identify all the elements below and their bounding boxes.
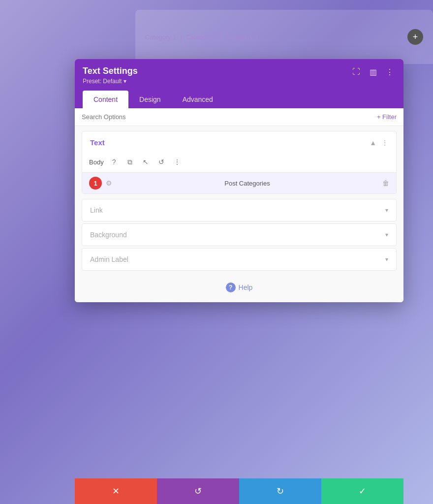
more-icon[interactable]: ⋮ xyxy=(384,66,396,78)
cancel-icon: ✕ xyxy=(112,486,120,497)
category-links: Category 1 | Category 2 | Category 3 xyxy=(145,33,407,41)
save-button[interactable]: ✓ xyxy=(321,478,403,504)
item-delete-icon[interactable]: 🗑 xyxy=(382,179,389,187)
body-toolbar: Body ? ⧉ ↖ ↺ ⋮ xyxy=(82,154,396,172)
text-section-header[interactable]: Text ▲ ⋮ xyxy=(82,131,396,154)
modal-title: Text Settings xyxy=(83,66,138,76)
search-input[interactable] xyxy=(82,113,377,121)
columns-icon[interactable]: ▥ xyxy=(367,66,379,78)
admin-label-section-header[interactable]: Admin Label ▾ xyxy=(82,249,396,270)
modal-tabs: Content Design Advanced xyxy=(83,91,396,108)
search-bar: + Filter xyxy=(75,108,403,126)
modal-title-group: Text Settings Preset: Default ▾ xyxy=(83,66,138,85)
admin-label-section: Admin Label ▾ xyxy=(82,248,397,271)
section-controls: ▲ ⋮ xyxy=(370,139,388,147)
separator-1: | xyxy=(181,33,182,41)
copy-icon[interactable]: ⧉ xyxy=(124,157,135,167)
preset-arrow-icon: ▾ xyxy=(124,78,126,85)
tab-content[interactable]: Content xyxy=(83,91,128,108)
background-section: Background ▾ xyxy=(82,223,397,246)
help-section[interactable]: ? Help xyxy=(75,273,403,302)
section-more-icon[interactable]: ⋮ xyxy=(381,139,388,147)
modal-header: Text Settings Preset: Default ▾ ⛶ ▥ ⋮ Co… xyxy=(75,59,403,108)
text-item-row: 1 ⚙ Post Categories 🗑 xyxy=(82,172,396,193)
text-section: Text ▲ ⋮ Body ? ⧉ ↖ ↺ ⋮ 1 ⚙ Post Categor… xyxy=(82,131,397,194)
cursor-icon[interactable]: ↖ xyxy=(140,157,151,167)
reset-toolbar-icon[interactable]: ↺ xyxy=(156,157,167,167)
redo-button[interactable]: ↻ xyxy=(239,478,321,504)
redo-icon: ↻ xyxy=(277,486,284,497)
save-icon: ✓ xyxy=(359,486,366,497)
modal-body: + Filter Text ▲ ⋮ Body ? ⧉ ↖ ↺ ⋮ xyxy=(75,108,403,302)
preset-label: Preset: Default xyxy=(83,78,122,85)
cancel-button[interactable]: ✕ xyxy=(75,478,157,504)
tab-advanced[interactable]: Advanced xyxy=(172,91,224,108)
body-label: Body xyxy=(89,158,104,166)
link-section: Link ▾ xyxy=(82,199,397,221)
modal-preset[interactable]: Preset: Default ▾ xyxy=(83,78,138,85)
separator-2: | xyxy=(221,33,223,41)
item-number-badge: 1 xyxy=(89,177,102,189)
admin-label-chevron-icon: ▾ xyxy=(385,256,388,263)
modal-header-icons: ⛶ ▥ ⋮ xyxy=(350,66,396,78)
item-gear-icon[interactable]: ⚙ xyxy=(106,179,112,187)
reset-button[interactable]: ↺ xyxy=(157,478,239,504)
more-toolbar-icon[interactable]: ⋮ xyxy=(172,157,183,167)
category-1-link[interactable]: Category 1 xyxy=(145,33,177,41)
link-chevron-icon: ▾ xyxy=(385,207,388,214)
category-3-link[interactable]: Category 3 xyxy=(227,33,258,41)
text-settings-modal: Text Settings Preset: Default ▾ ⛶ ▥ ⋮ Co… xyxy=(75,59,403,302)
help-circle-icon: ? xyxy=(226,283,236,292)
add-button[interactable]: + xyxy=(407,29,423,45)
category-2-link[interactable]: Category 2 xyxy=(186,33,217,41)
help-label: Help xyxy=(239,284,253,291)
modal-footer: ✕ ↺ ↻ ✓ xyxy=(75,478,403,504)
background-chevron-icon: ▾ xyxy=(385,231,388,238)
collapse-icon[interactable]: ▲ xyxy=(370,139,376,147)
text-section-title: Text xyxy=(90,138,105,147)
help-tooltip-icon[interactable]: ? xyxy=(109,157,120,167)
background-section-title: Background xyxy=(90,231,127,239)
background-section-header[interactable]: Background ▾ xyxy=(82,224,396,246)
link-section-header[interactable]: Link ▾ xyxy=(82,199,396,221)
reset-icon: ↺ xyxy=(194,486,202,497)
tab-design[interactable]: Design xyxy=(128,91,172,108)
filter-button[interactable]: + Filter xyxy=(377,113,397,121)
admin-label-section-title: Admin Label xyxy=(90,255,128,263)
background-area: Category 1 | Category 2 | Category 3 + xyxy=(135,10,433,64)
link-section-title: Link xyxy=(90,206,103,214)
item-label: Post Categories xyxy=(112,180,382,187)
expand-icon[interactable]: ⛶ xyxy=(350,66,362,78)
